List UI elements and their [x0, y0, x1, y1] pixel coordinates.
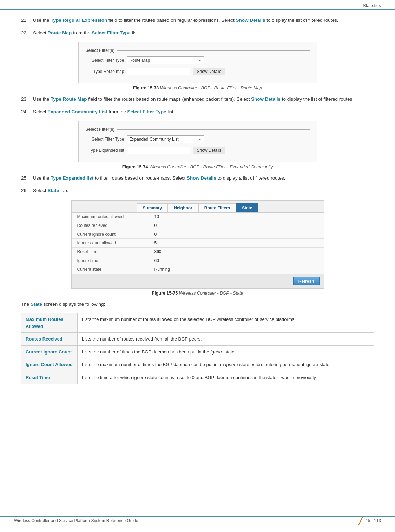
para-text-25: Use the Type Expanded list to filter rou… — [33, 174, 374, 182]
state-table-row: Routes recieved0 — [72, 221, 324, 230]
show-details-button-73[interactable]: Show Details — [193, 68, 225, 75]
para-text-24: Select Expanded Community List from the … — [33, 108, 374, 116]
highlight-state-tab-26: State — [47, 188, 59, 193]
state-row-value: 0 — [149, 221, 324, 230]
highlight-show-details-23: Show Details — [251, 96, 281, 102]
highlight-show-details-21: Show Details — [236, 18, 265, 23]
main-content: 21 Use the Type Regular Expression field… — [0, 10, 395, 405]
refresh-button[interactable]: Refresh — [293, 277, 320, 285]
label-type-expanded-list-74: Type Expanded list — [86, 148, 124, 153]
input-type-route-map-73[interactable] — [127, 68, 190, 75]
state-row-label: Current state — [72, 265, 149, 274]
footer-left: Wireless Controller and Service Platform… — [14, 518, 138, 523]
para-num-26: 26 — [21, 187, 31, 195]
select-filter-type-73[interactable]: Route Map ▼ — [127, 56, 204, 64]
form-row-expanded-list-74: Type Expanded list Show Details — [86, 147, 310, 154]
state-row-label: Routes recieved — [72, 221, 149, 230]
page-header: Statistics — [0, 0, 395, 10]
form-row-route-map-73: Type Route map Show Details — [86, 68, 310, 75]
dropdown-arrow-74: ▼ — [198, 137, 202, 141]
para-num-21: 21 — [21, 16, 31, 24]
info-description: Lists the time after which ignore state … — [78, 371, 374, 384]
footer-right: ╱ 15 - 113 — [358, 517, 381, 525]
info-table-row: Routes ReceivedLists the number of route… — [21, 333, 374, 346]
footer-slash-icon: ╱ — [358, 517, 363, 525]
label-select-filter-type-74: Select Filter Type — [86, 137, 124, 142]
label-type-route-map-73: Type Route map — [86, 69, 124, 74]
show-details-button-74[interactable]: Show Details — [193, 147, 225, 154]
state-table-row: Reset time360 — [72, 247, 324, 256]
info-description: Lists the maximum number of routes allow… — [78, 313, 374, 333]
state-row-value: 10 — [149, 213, 324, 221]
paragraph-22: 22 Select Route Map from the Select Filt… — [21, 29, 374, 37]
info-term: Ignore Count Allowed — [21, 358, 78, 371]
tab-route-filters[interactable]: Route Filters — [198, 203, 236, 212]
figure-74-box: Select Filter(s) Select Filter Type Expa… — [78, 121, 317, 162]
para-num-24: 24 — [21, 108, 31, 116]
state-row-value: Running — [149, 265, 324, 274]
para-num-23: 23 — [21, 95, 31, 103]
figure-73-box: Select Filter(s) Select Filter Type Rout… — [78, 42, 317, 83]
state-row-label: Ignore count allowed — [72, 238, 149, 247]
tab-state[interactable]: State — [236, 203, 258, 212]
highlight-select-filter-type-24: Select Filter Type — [127, 109, 166, 114]
info-term: Maximum Routes Allowed — [21, 313, 78, 333]
form-row-filter-type-74: Select Filter Type Expanded Community Li… — [86, 135, 310, 143]
state-row-label: Reset time — [72, 247, 149, 256]
info-table: Maximum Routes AllowedLists the maximum … — [21, 313, 374, 384]
paragraph-23: 23 Use the Type Route Map field to filte… — [21, 95, 374, 103]
state-row-value: 60 — [149, 256, 324, 265]
tab-summary[interactable]: Summary — [137, 203, 168, 212]
para-num-25: 25 — [21, 174, 31, 182]
select-filter-type-74[interactable]: Expanded Community List ▼ — [127, 135, 204, 143]
page-footer: Wireless Controller and Service Platform… — [0, 516, 395, 525]
tab-bar-75: Summary Neighbor Route Filters State — [72, 201, 324, 213]
state-table-row: Ignore count allowed5 — [72, 238, 324, 247]
info-table-row: Maximum Routes AllowedLists the maximum … — [21, 313, 374, 333]
info-term: Reset Time — [21, 371, 78, 384]
info-table-row: Ignore Count AllowedLists the maximum nu… — [21, 358, 374, 371]
para-text-23: Use the Type Route Map field to filter t… — [33, 95, 374, 103]
form-row-filter-type-73: Select Filter Type Route Map ▼ — [86, 56, 310, 64]
info-term: Current Ignore Count — [21, 345, 78, 358]
para-text-21: Use the Type Regular Expression field to… — [33, 16, 374, 24]
paragraph-24: 24 Select Expanded Community List from t… — [21, 108, 374, 116]
figure-75-caption: Figure 15-75 Wireless Controller - BGP -… — [21, 291, 374, 296]
input-type-expanded-list-74[interactable] — [127, 147, 190, 154]
form-section-title-74: Select Filter(s) — [86, 127, 310, 132]
state-table: Maximum routes allowed10Routes recieved0… — [72, 213, 324, 274]
form-section-title-73: Select Filter(s) — [86, 48, 310, 53]
info-table-row: Reset TimeLists the time after which ign… — [21, 371, 374, 384]
state-row-value: 5 — [149, 238, 324, 247]
state-row-value: 360 — [149, 247, 324, 256]
paragraph-26: 26 Select State tab. — [21, 187, 374, 195]
highlight-show-details-25: Show Details — [187, 175, 216, 181]
state-row-value: 0 — [149, 230, 324, 238]
paragraph-21: 21 Use the Type Regular Expression field… — [21, 16, 374, 24]
figure-74-caption: Figure 15-74 Wireless Controller - BGP -… — [21, 164, 374, 169]
state-row-label: Current ignore count — [72, 230, 149, 238]
figure-73-caption: Figure 15-73 Wireless Controller - BGP -… — [21, 86, 374, 90]
state-table-row: Maximum routes allowed10 — [72, 213, 324, 221]
para-text-22: Select Route Map from the Select Filter … — [33, 29, 374, 37]
para-num-22: 22 — [21, 29, 31, 37]
state-table-row: Current ignore count0 — [72, 230, 324, 238]
info-description: Lists the maximum number of times the BG… — [78, 358, 374, 371]
state-table-row: Current stateRunning — [72, 265, 324, 274]
highlight-type-regular-expression: Type Regular Expression — [51, 18, 107, 23]
info-description: Lists the number of routes received from… — [78, 333, 374, 346]
tab-neighbor[interactable]: Neighbor — [168, 203, 198, 212]
paragraph-25: 25 Use the Type Expanded list to filter … — [21, 174, 374, 182]
highlight-route-map: Route Map — [47, 30, 72, 35]
state-footer: Refresh — [72, 274, 324, 288]
label-select-filter-type-73: Select Filter Type — [86, 58, 124, 63]
info-description: Lists the number of times the BGP daemon… — [78, 345, 374, 358]
highlight-type-expanded-list-25: Type Expanded list — [51, 175, 93, 181]
state-row-label: Ignore time — [72, 256, 149, 265]
para-text-26: Select State tab. — [33, 187, 374, 195]
state-table-row: Ignore time60 — [72, 256, 324, 265]
highlight-state-intro: State — [31, 302, 42, 307]
info-table-row: Current Ignore CountLists the number of … — [21, 345, 374, 358]
figure-75-box: Summary Neighbor Route Filters State Max… — [71, 200, 324, 289]
dropdown-arrow-73: ▼ — [198, 59, 202, 62]
